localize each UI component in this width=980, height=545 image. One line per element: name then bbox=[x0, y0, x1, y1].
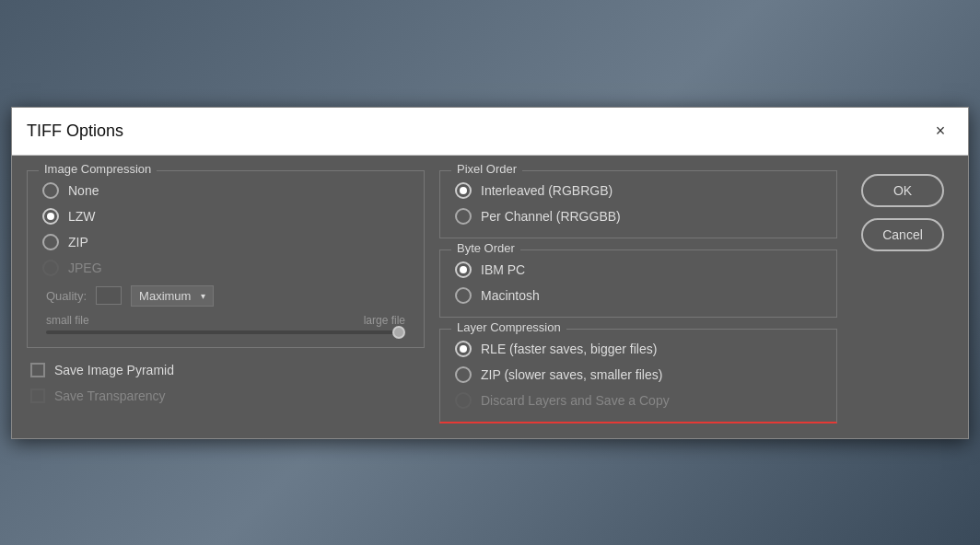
layer-zip-option[interactable]: ZIP (slower saves, smaller files) bbox=[455, 366, 822, 383]
dialog-title: TIFF Options bbox=[27, 122, 123, 141]
pixel-interleaved-radio[interactable] bbox=[455, 182, 472, 199]
quality-row: Quality: Maximum ▾ bbox=[46, 285, 409, 307]
compression-none-option[interactable]: None bbox=[42, 182, 409, 199]
button-column: OK Cancel bbox=[852, 170, 953, 423]
save-transparency-label: Save Transparency bbox=[54, 388, 166, 403]
slider-right-label: large file bbox=[364, 314, 405, 327]
pixel-order-label: Pixel Order bbox=[451, 162, 522, 176]
layer-zip-radio[interactable] bbox=[455, 366, 472, 383]
byte-mac-option[interactable]: Macintosh bbox=[455, 287, 822, 304]
pixel-perchannel-radio[interactable] bbox=[455, 208, 472, 225]
layer-discard-label: Discard Layers and Save a Copy bbox=[481, 393, 670, 408]
compression-lzw-label: LZW bbox=[68, 209, 96, 224]
compression-jpeg-option[interactable]: JPEG bbox=[42, 260, 409, 276]
layer-discard-option[interactable]: Discard Layers and Save a Copy bbox=[455, 392, 822, 409]
ok-button[interactable]: OK bbox=[861, 174, 944, 207]
quality-dropdown[interactable]: Maximum ▾ bbox=[131, 285, 214, 307]
byte-ibm-label: IBM PC bbox=[481, 262, 525, 277]
layer-rle-option[interactable]: RLE (faster saves, bigger files) bbox=[455, 341, 822, 357]
pixel-interleaved-option[interactable]: Interleaved (RGBRGB) bbox=[455, 182, 822, 199]
compression-none-radio[interactable] bbox=[42, 182, 59, 199]
image-compression-group: Image Compression None LZW ZIP bbox=[27, 170, 425, 348]
tiff-options-dialog: TIFF Options × Image Compression None LZ… bbox=[11, 107, 969, 439]
close-button[interactable]: × bbox=[928, 118, 953, 144]
compression-none-label: None bbox=[68, 183, 99, 198]
save-transparency-checkbox[interactable] bbox=[30, 388, 45, 403]
layer-compression-label: Layer Compression bbox=[451, 320, 566, 334]
bottom-checkboxes: Save Image Pyramid Save Transparency bbox=[27, 363, 425, 403]
compression-jpeg-radio[interactable] bbox=[42, 260, 59, 276]
quality-label: Quality: bbox=[46, 289, 87, 303]
save-pyramid-option[interactable]: Save Image Pyramid bbox=[30, 363, 421, 377]
left-column: Image Compression None LZW ZIP bbox=[27, 170, 425, 423]
save-pyramid-label: Save Image Pyramid bbox=[54, 363, 174, 377]
pixel-interleaved-label: Interleaved (RGBRGB) bbox=[481, 183, 612, 198]
quality-slider-thumb[interactable] bbox=[392, 326, 405, 339]
byte-order-label: Byte Order bbox=[451, 241, 520, 255]
save-transparency-option[interactable]: Save Transparency bbox=[30, 388, 421, 403]
layer-compression-group: Layer Compression RLE (faster saves, big… bbox=[439, 329, 837, 423]
quality-slider-area: small file large file bbox=[42, 314, 409, 334]
compression-jpeg-label: JPEG bbox=[68, 261, 102, 275]
quality-dropdown-value: Maximum bbox=[139, 289, 191, 303]
right-column: Pixel Order Interleaved (RGBRGB) Per Cha… bbox=[439, 170, 837, 423]
byte-ibm-radio[interactable] bbox=[455, 261, 472, 278]
layer-rle-radio[interactable] bbox=[455, 341, 472, 357]
image-compression-label: Image Compression bbox=[39, 162, 157, 176]
layer-discard-radio[interactable] bbox=[455, 392, 472, 409]
layer-zip-label: ZIP (slower saves, smaller files) bbox=[481, 367, 662, 382]
byte-mac-label: Macintosh bbox=[481, 288, 540, 303]
cancel-button[interactable]: Cancel bbox=[861, 218, 944, 251]
compression-lzw-radio[interactable] bbox=[42, 208, 59, 225]
quality-swatch bbox=[96, 286, 122, 305]
compression-lzw-option[interactable]: LZW bbox=[42, 208, 409, 225]
compression-zip-radio[interactable] bbox=[42, 234, 59, 250]
compression-zip-option[interactable]: ZIP bbox=[42, 234, 409, 250]
quality-slider-track[interactable] bbox=[46, 330, 405, 334]
pixel-perchannel-label: Per Channel (RRGGBB) bbox=[481, 209, 621, 224]
pixel-perchannel-option[interactable]: Per Channel (RRGGBB) bbox=[455, 208, 822, 225]
save-pyramid-checkbox[interactable] bbox=[30, 363, 45, 377]
chevron-down-icon: ▾ bbox=[201, 291, 205, 301]
title-bar: TIFF Options × bbox=[12, 108, 968, 156]
slider-labels: small file large file bbox=[46, 314, 405, 327]
layer-rle-label: RLE (faster saves, bigger files) bbox=[481, 342, 657, 356]
compression-zip-label: ZIP bbox=[68, 235, 88, 249]
byte-ibm-option[interactable]: IBM PC bbox=[455, 261, 822, 278]
dialog-body: Image Compression None LZW ZIP bbox=[12, 156, 968, 438]
byte-mac-radio[interactable] bbox=[455, 287, 472, 304]
slider-left-label: small file bbox=[46, 314, 89, 327]
pixel-order-group: Pixel Order Interleaved (RGBRGB) Per Cha… bbox=[439, 170, 837, 238]
byte-order-group: Byte Order IBM PC Macintosh bbox=[439, 249, 837, 318]
